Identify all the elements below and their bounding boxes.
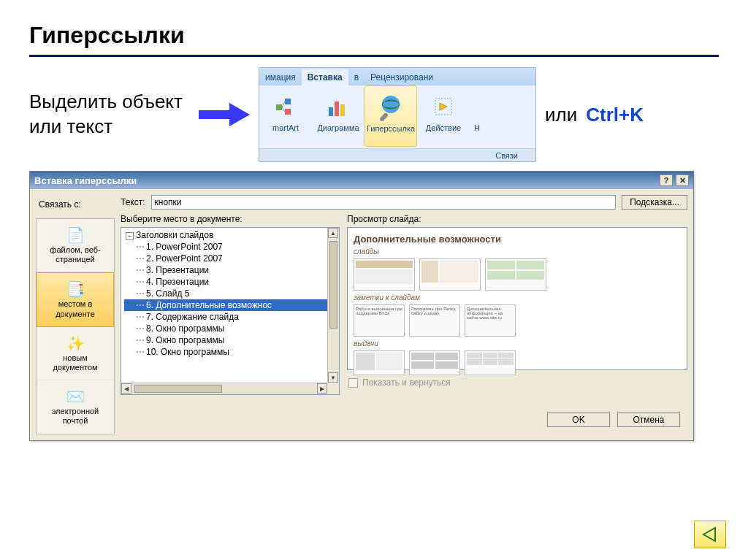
preview-thumb bbox=[354, 350, 405, 375]
close-button[interactable]: ✕ bbox=[676, 174, 689, 186]
help-button[interactable]: ? bbox=[660, 174, 673, 186]
smartart-icon bbox=[259, 90, 312, 123]
tree-item[interactable]: ⋯1. PowerPoint 2007 bbox=[124, 241, 339, 253]
action-icon bbox=[417, 90, 470, 123]
tree-item[interactable]: ⋯5. Слайд 5 bbox=[124, 288, 339, 299]
preview-section-label: слайды bbox=[354, 248, 681, 256]
ribbon-tab-prev[interactable]: имация bbox=[259, 69, 302, 85]
link-target-file-web[interactable]: 📄 файлом, веб-страницей bbox=[37, 219, 114, 272]
tree-item[interactable]: ⋯8. Окно программы bbox=[124, 323, 339, 334]
link-target-place-in-doc[interactable]: 📑 местом вдокументе bbox=[37, 272, 114, 326]
place-in-doc-icon: 📑 bbox=[40, 279, 110, 299]
svg-point-9 bbox=[382, 96, 400, 113]
text-label: Текст: bbox=[121, 197, 145, 207]
globe-hyperlink-icon bbox=[365, 91, 416, 124]
triangle-left-icon bbox=[702, 526, 718, 542]
text-input[interactable] bbox=[151, 195, 617, 210]
dialog-titlebar: Вставка гиперссылки ? ✕ bbox=[30, 172, 693, 189]
show-and-return-row: Показать и вернуться bbox=[347, 373, 687, 388]
ribbon-item-smartart[interactable]: martArt bbox=[259, 85, 312, 132]
ribbon-item-action[interactable]: Действие bbox=[417, 85, 470, 132]
scroll-down-icon[interactable]: ▼ bbox=[328, 372, 338, 383]
scroll-right-icon[interactable]: ▶ bbox=[317, 383, 327, 394]
svg-marker-0 bbox=[199, 103, 250, 126]
ok-button[interactable]: OK bbox=[547, 413, 610, 427]
ribbon-item-cut[interactable]: Н bbox=[470, 85, 484, 132]
scroll-thumb[interactable] bbox=[134, 385, 222, 393]
tooltip-button[interactable]: Подсказка... bbox=[622, 195, 687, 210]
tree-root-node[interactable]: −Заголовки слайдов bbox=[124, 229, 339, 241]
ribbon-item-label: Гиперссылка bbox=[365, 124, 416, 133]
svg-marker-13 bbox=[703, 528, 715, 541]
choose-place-label: Выберите место в документе: bbox=[121, 214, 340, 224]
ribbon-item-label: Действие bbox=[417, 123, 470, 132]
ribbon-item-label: Диаграмма bbox=[312, 123, 365, 132]
tree-item[interactable]: ⋯4. Презентации bbox=[124, 276, 339, 288]
preview-thumb: Работа выполнена при поддержке ВУЗа bbox=[354, 304, 405, 337]
preview-thumb bbox=[485, 258, 546, 291]
preview-thumb bbox=[409, 350, 460, 375]
file-web-icon: 📄 bbox=[39, 225, 111, 245]
tree-vertical-scrollbar[interactable]: ▲ ▼ bbox=[327, 228, 339, 383]
chart-icon bbox=[312, 90, 365, 123]
link-target-panel: 📄 файлом, веб-страницей 📑 местом вдокуме… bbox=[36, 218, 115, 434]
link-target-label: новымдокументом bbox=[39, 353, 111, 372]
or-text: или bbox=[545, 104, 577, 126]
link-target-label: электроннойпочтой bbox=[39, 407, 111, 426]
nav-prev-button[interactable] bbox=[694, 521, 726, 548]
scroll-thumb[interactable] bbox=[329, 241, 337, 329]
preview-label: Просмотр слайда: bbox=[347, 214, 687, 224]
preview-thumb bbox=[465, 350, 516, 375]
tree-item[interactable]: ⋯2. PowerPoint 2007 bbox=[124, 253, 339, 264]
link-target-label: местом вдокументе bbox=[40, 299, 110, 318]
preview-thumb bbox=[354, 258, 415, 291]
new-doc-icon: ✨ bbox=[39, 333, 111, 353]
ribbon-fragment: имация Вставка в Рецензировани martArt Д… bbox=[259, 67, 536, 162]
dialog-title: Вставка гиперссылки bbox=[34, 175, 137, 186]
ribbon-item-hyperlink[interactable]: Гиперссылка bbox=[365, 85, 417, 147]
svg-rect-6 bbox=[329, 107, 333, 116]
tree-item-selected[interactable]: ⋯6. Дополнительные возможнос bbox=[124, 299, 339, 311]
preview-thumb: Рассказать про Репку, бабку и дедку. bbox=[409, 304, 460, 337]
scroll-left-icon[interactable]: ◀ bbox=[121, 383, 131, 394]
tree-item[interactable]: ⋯10. Окно программы bbox=[124, 346, 339, 358]
cut-icon bbox=[470, 90, 484, 123]
svg-rect-7 bbox=[335, 101, 339, 116]
ribbon-item-chart[interactable]: Диаграмма bbox=[312, 85, 365, 132]
ribbon-body: martArt Диаграмма Гиперссылка Действие bbox=[259, 85, 535, 148]
link-target-new-doc[interactable]: ✨ новымдокументом bbox=[37, 327, 114, 380]
ribbon-tab-mid[interactable]: в bbox=[348, 69, 365, 85]
preview-section-label: заметки к слайдам bbox=[354, 294, 681, 302]
document-tree[interactable]: −Заголовки слайдов ⋯1. PowerPoint 2007 ⋯… bbox=[121, 227, 340, 395]
ribbon-item-label: Н bbox=[470, 123, 484, 132]
ribbon-tab-next[interactable]: Рецензировани bbox=[365, 69, 439, 85]
link-with-label: Связать с: bbox=[36, 195, 115, 214]
tree-item[interactable]: ⋯9. Окно программы bbox=[124, 334, 339, 346]
ribbon-group-label: Связи bbox=[259, 148, 535, 161]
svg-rect-2 bbox=[285, 99, 291, 104]
ribbon-tabs: имация Вставка в Рецензировани bbox=[259, 68, 535, 85]
tree-item[interactable]: ⋯7. Содержание слайда bbox=[124, 311, 339, 323]
link-target-email[interactable]: ✉️ электроннойпочтой bbox=[37, 380, 114, 433]
ribbon-tab-active[interactable]: Вставка bbox=[302, 69, 348, 85]
scroll-up-icon[interactable]: ▲ bbox=[328, 228, 338, 238]
tree-item[interactable]: ⋯3. Презентации bbox=[124, 264, 339, 276]
arrow-right-icon bbox=[199, 101, 250, 128]
preview-thumb bbox=[419, 258, 481, 291]
hyperlink-dialog: Вставка гиперссылки ? ✕ Связать с: 📄 фай… bbox=[29, 171, 694, 441]
instruction-text: Выделить объект или текст bbox=[29, 90, 190, 139]
shortcut-text: Ctrl+K bbox=[586, 104, 644, 126]
tree-horizontal-scrollbar[interactable]: ◀ ▶ bbox=[121, 383, 327, 394]
ribbon-item-label: martArt bbox=[259, 123, 312, 132]
show-and-return-checkbox bbox=[348, 378, 358, 388]
cancel-button[interactable]: Отмена bbox=[617, 413, 680, 427]
email-icon: ✉️ bbox=[39, 386, 111, 407]
preview-slide-title: Дополнительные возможности bbox=[354, 234, 681, 245]
slide-preview: Дополнительные возможности слайды заметк… bbox=[347, 227, 687, 370]
page-title: Гиперссылки bbox=[29, 22, 719, 57]
link-target-label: файлом, веб-страницей bbox=[39, 245, 111, 264]
svg-rect-8 bbox=[340, 104, 345, 116]
svg-rect-1 bbox=[276, 104, 282, 110]
svg-marker-12 bbox=[440, 103, 447, 110]
scroll-corner bbox=[327, 383, 339, 394]
